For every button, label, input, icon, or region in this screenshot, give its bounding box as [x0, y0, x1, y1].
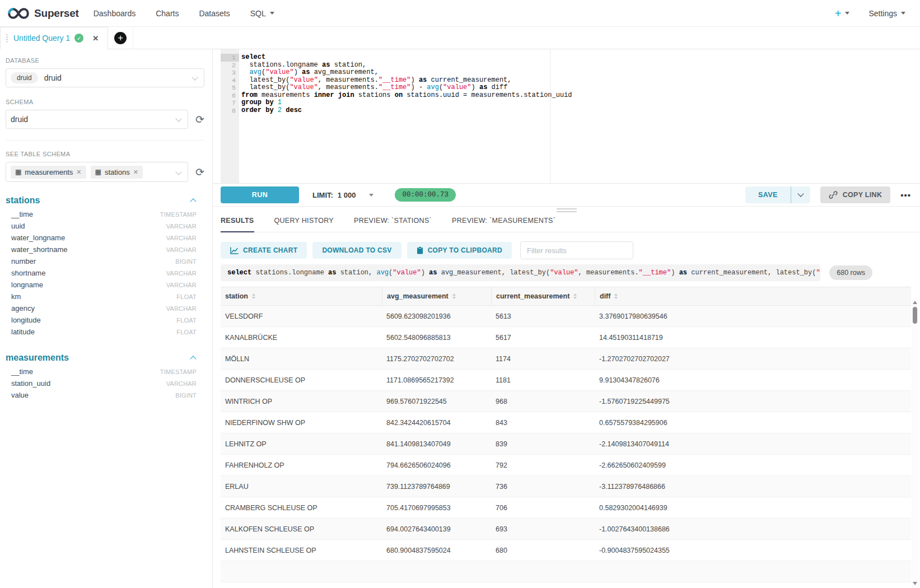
sort-up-icon: [452, 293, 456, 296]
drag-dots-icon[interactable]: [6, 34, 8, 43]
editor-code[interactable]: select stations.longname as station, avg…: [239, 49, 572, 183]
run-button[interactable]: RUN: [221, 186, 299, 203]
column-header-station[interactable]: station: [221, 287, 382, 305]
executed-query-preview: select stations.longname as station, avg…: [221, 264, 820, 281]
sql-token: stations: [354, 91, 395, 99]
table-cell: 0.5829302004146939: [595, 504, 911, 512]
tab-untitled-query[interactable]: Untitled Query 1 ✓ ✕: [0, 27, 108, 49]
table-cell: -1.5760719225449975: [595, 398, 911, 405]
column-row: uuidVARCHAR: [6, 222, 204, 234]
sort-icon[interactable]: [614, 293, 618, 299]
table-row[interactable]: KALKOFEN SCHLEUSE OP694.0027643400139693…: [221, 519, 911, 540]
table-row[interactable]: VELSDORF5609.62309820193656133.376901798…: [221, 306, 911, 327]
refresh-tables-icon[interactable]: ⟳: [195, 167, 204, 178]
schema-value: druid: [11, 115, 28, 124]
remove-chip-icon[interactable]: ✕: [76, 169, 81, 176]
close-tab-icon[interactable]: ✕: [92, 34, 99, 43]
column-header-avg_measurement[interactable]: avg_measurement: [382, 287, 491, 305]
table-row[interactable]: NIEDERFINOW SHW OP842.34244206157048430.…: [221, 412, 911, 433]
sql-token: ) -: [410, 83, 427, 91]
table-chip-measurements[interactable]: ▦measurements✕: [11, 166, 86, 179]
sql-token: "value": [443, 83, 471, 91]
remove-chip-icon[interactable]: ✕: [133, 169, 138, 176]
create-chart-button[interactable]: CREATE CHART: [221, 242, 307, 259]
table-cell: VELSDORF: [221, 312, 382, 320]
table-icon: ▦: [15, 168, 21, 176]
sql-token: "__time": [379, 83, 411, 91]
column-type: VARCHAR: [166, 235, 197, 241]
tab-title: Untitled Query 1: [13, 34, 70, 43]
table-cell: 839: [491, 440, 595, 448]
table-row[interactable]: KANALBRÜCKE5602.548096885813561714.45190…: [221, 327, 911, 348]
table-name[interactable]: stations: [6, 195, 40, 206]
copy-clipboard-button[interactable]: COPY TO CLIPBOARD: [407, 242, 512, 259]
table-row[interactable]: LEHNITZ OP841.1409813407049839-2.1409813…: [221, 433, 911, 455]
results-tab-results[interactable]: RESULTS: [221, 217, 254, 232]
sql-token: as: [429, 269, 437, 277]
chart-icon: [230, 247, 239, 254]
filter-results-input[interactable]: [520, 241, 633, 259]
table-name[interactable]: measurements: [6, 353, 69, 363]
table-row[interactable]: FAHRENHOLZ OP794.6626506024096792-2.6626…: [221, 455, 911, 476]
download-csv-button[interactable]: DOWNLOAD TO CSV: [312, 242, 401, 259]
sort-icon[interactable]: [252, 293, 255, 299]
column-type: VARCHAR: [166, 305, 197, 312]
line-number: 5: [221, 84, 239, 92]
more-options-button[interactable]: •••: [900, 190, 911, 200]
column-name: uuid: [11, 222, 25, 230]
table-row[interactable]: MÖLLN1175.27027027027021174-1.2702702702…: [221, 348, 911, 370]
column-row: kmFLOAT: [6, 292, 204, 304]
results-scrollbar[interactable]: [912, 297, 918, 588]
sort-icon[interactable]: [452, 293, 456, 299]
line-number: 2: [221, 62, 239, 69]
table-cell: 841.1409813407049: [382, 440, 491, 448]
table-chip-stations[interactable]: ▦stations✕: [91, 166, 143, 179]
nav-item-charts[interactable]: Charts: [156, 9, 179, 18]
results-tab-preview-stations[interactable]: PREVIEW: `STATIONS`: [354, 217, 432, 232]
superset-logo[interactable]: Superset: [8, 7, 79, 20]
sql-token: station,: [330, 61, 366, 69]
sql-editor[interactable]: 12345678 select stations.longname as sta…: [213, 49, 920, 184]
chevron-up-icon[interactable]: [190, 198, 196, 204]
table-row[interactable]: LAHNSTEIN SCHLEUSE OP680.900483759502468…: [221, 540, 911, 561]
save-dropdown-button[interactable]: [791, 186, 810, 203]
code-line: latest_by("value", measurements."__time"…: [241, 84, 572, 92]
table-cell: 3.3769017980639546: [595, 312, 911, 320]
pane-resize-handle[interactable]: [557, 208, 577, 212]
scrollbar-thumb[interactable]: [913, 307, 917, 324]
sql-token: as: [322, 61, 330, 69]
results-tab-preview-measurements[interactable]: PREVIEW: `MEASUREMENTS`: [452, 217, 555, 232]
copy-link-button[interactable]: COPY LINK: [820, 186, 891, 203]
column-header-diff[interactable]: diff: [595, 287, 911, 305]
database-select[interactable]: druid druid: [6, 68, 204, 87]
refresh-schemas-icon[interactable]: ⟳: [195, 114, 204, 125]
column-name: agency: [11, 304, 35, 312]
scroll-up-icon[interactable]: [913, 301, 917, 304]
nav-item-dashboards[interactable]: Dashboards: [94, 9, 136, 18]
limit-dropdown[interactable]: LIMIT: 1 000: [312, 191, 373, 199]
sql-token: , measurements.: [318, 83, 379, 91]
add-tab-button[interactable]: +: [108, 27, 133, 49]
code-line: stations.longname as station,: [241, 62, 572, 69]
new-menu-button[interactable]: +: [835, 8, 850, 19]
table-row[interactable]: CRAMBERG SCHLEUSE OP705.4170697995853706…: [221, 497, 911, 519]
sort-icon[interactable]: [573, 293, 577, 299]
scroll-down-icon[interactable]: [913, 582, 917, 585]
table-row[interactable]: DONNERSCHLEUSE OP1171.086956521739211819…: [221, 370, 911, 391]
chevron-up-icon[interactable]: [190, 356, 196, 362]
schema-select[interactable]: druid: [6, 110, 188, 129]
sql-token: latest_by(: [241, 76, 289, 84]
table-select[interactable]: ▦measurements✕▦stations✕: [6, 162, 188, 182]
table-row[interactable]: WINTRICH OP969.576071922545968-1.5760719…: [221, 391, 911, 412]
save-button[interactable]: SAVE: [745, 186, 791, 203]
column-header-current_measurement[interactable]: current_measurement: [491, 287, 595, 305]
results-tab-query-history[interactable]: QUERY HISTORY: [274, 217, 334, 232]
column-name: longname: [11, 281, 43, 289]
main-menu: DashboardsChartsDatasetsSQL: [94, 9, 295, 18]
nav-item-datasets[interactable]: Datasets: [199, 9, 230, 18]
brand-name: Superset: [34, 7, 79, 20]
nav-item-sql[interactable]: SQL: [250, 9, 274, 18]
print-margin-line: [550, 49, 550, 183]
table-row[interactable]: ERLAU739.1123789764869736-3.112378976486…: [221, 476, 911, 497]
settings-menu[interactable]: Settings: [868, 9, 905, 18]
